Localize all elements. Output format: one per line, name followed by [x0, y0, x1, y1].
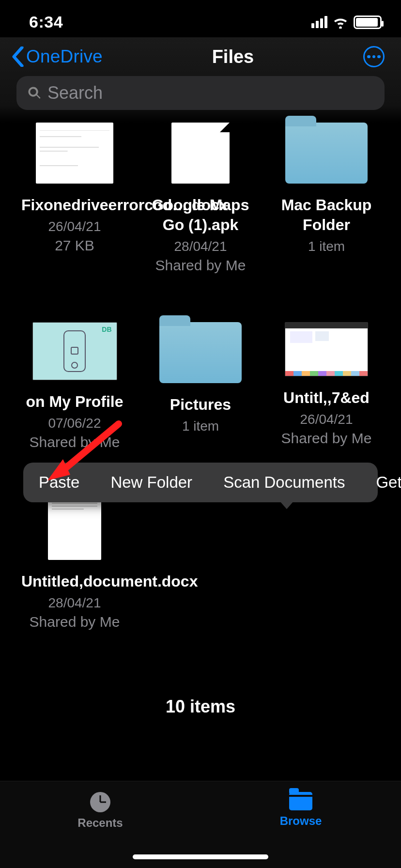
folder-item[interactable]: Pictures 1 item	[142, 322, 259, 450]
file-name: Mac Backup Folder	[273, 195, 380, 235]
file-detail: Shared by Me	[281, 430, 372, 447]
file-item[interactable]: Untitled,document.docx 28/04/21 Shared b…	[16, 499, 133, 630]
status-bar: 6:34	[0, 0, 401, 37]
folder-icon	[289, 792, 312, 810]
search-field[interactable]	[16, 76, 385, 110]
nav-bar: OneDrive Files	[0, 41, 401, 76]
file-subtitle: 26/04/21	[300, 412, 353, 427]
file-item[interactable]: Fixonedriveerrorcod….docx 26/04/21 27 KB	[16, 123, 133, 274]
file-grid[interactable]: Fixonedriveerrorcod….docx 26/04/21 27 KB…	[0, 123, 401, 630]
wifi-icon	[332, 16, 349, 29]
file-subtitle: 1 item	[182, 418, 219, 434]
screenshot-thumbnail-icon	[285, 322, 368, 376]
file-subtitle: 28/04/21	[48, 595, 101, 611]
item-count: 10 items	[0, 697, 401, 717]
clock-icon	[90, 792, 110, 812]
back-label: OneDrive	[26, 46, 103, 67]
file-subtitle: 1 item	[308, 239, 345, 254]
document-thumbnail-icon	[36, 123, 113, 184]
cellular-icon	[311, 16, 327, 28]
status-icons	[311, 16, 382, 29]
svg-line-0	[61, 424, 119, 472]
search-icon	[27, 86, 42, 100]
annotation-arrow-icon	[44, 421, 131, 489]
file-item[interactable]: Untitl,,7&ed 26/04/21 Shared by Me	[268, 322, 385, 450]
file-thumbnail-icon	[171, 123, 230, 184]
folder-item[interactable]: Mac Backup Folder 1 item	[268, 123, 385, 274]
file-name: Pictures	[170, 395, 231, 415]
status-time: 6:34	[29, 13, 63, 31]
file-name: on My Profile	[26, 392, 123, 412]
search-input[interactable]	[47, 83, 374, 103]
tab-recents-label: Recents	[77, 816, 123, 830]
file-detail: Shared by Me	[155, 257, 246, 274]
file-name: Untitl,,7&ed	[283, 388, 370, 408]
folder-icon	[285, 123, 368, 184]
file-name: Google Maps Go (1).apk	[147, 195, 254, 235]
file-name: Fixonedriveerrorcod….docx	[21, 195, 128, 215]
phone-outline-icon	[63, 330, 86, 372]
svg-marker-1	[47, 459, 70, 480]
file-detail: Shared by Me	[30, 614, 120, 630]
thumbnail-tag: DB	[102, 326, 111, 333]
file-item[interactable]: Google Maps Go (1).apk 28/04/21 Shared b…	[142, 123, 259, 274]
folder-icon	[159, 322, 242, 383]
image-thumbnail-icon: DB	[32, 322, 117, 380]
file-detail: 27 KB	[55, 237, 94, 254]
more-button[interactable]	[363, 46, 385, 67]
tab-browse-label: Browse	[280, 814, 322, 828]
ellipsis-icon	[367, 55, 381, 59]
page-title: Files	[212, 46, 254, 67]
battery-icon	[354, 16, 382, 29]
home-indicator[interactable]	[133, 854, 268, 859]
context-scan-documents[interactable]: Scan Documents	[208, 463, 360, 502]
chevron-left-icon	[11, 46, 25, 67]
back-button[interactable]: OneDrive	[11, 46, 103, 67]
file-subtitle: 26/04/21	[48, 219, 101, 234]
context-get-info[interactable]: Get Info	[360, 463, 401, 502]
file-name: Untitled,document.docx	[21, 572, 128, 591]
file-subtitle: 28/04/21	[174, 239, 227, 254]
